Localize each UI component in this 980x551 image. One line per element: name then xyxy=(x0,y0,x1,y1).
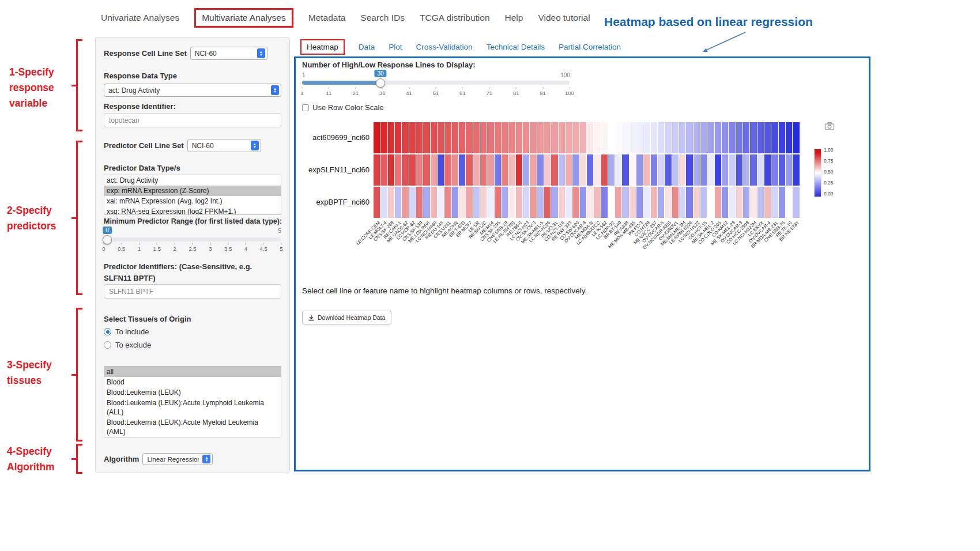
heatmap-cell xyxy=(651,122,658,153)
heatmap-row xyxy=(374,187,800,218)
tab-data[interactable]: Data xyxy=(359,43,375,51)
response-identifier-input[interactable] xyxy=(104,113,281,127)
heatmap-cell xyxy=(679,187,686,218)
heatmap-cell xyxy=(487,122,494,153)
heatmap-cell xyxy=(444,122,451,153)
tissue-listbox[interactable]: allBloodBlood:Leukemia (LEUK)Blood:Leuke… xyxy=(104,366,281,437)
listbox-option[interactable]: Blood xyxy=(104,377,281,387)
tab-plot[interactable]: Plot xyxy=(389,43,402,51)
heatmap-cell xyxy=(572,122,579,153)
tab-partial-correlation[interactable]: Partial Correlation xyxy=(559,43,621,51)
heatmap-row xyxy=(374,122,800,153)
nav-item-tcga-distribution[interactable]: TCGA distribution xyxy=(420,13,489,23)
nav-item-video-tutorial[interactable]: Video tutorial xyxy=(538,13,590,23)
heatmap-cell xyxy=(480,187,487,218)
heatmap-cell xyxy=(438,154,444,186)
heatmap-cell xyxy=(779,122,786,153)
heatmap-cell xyxy=(594,122,601,153)
chevron-up-down-icon: ▲▼ xyxy=(271,85,279,95)
heatmap-cell xyxy=(587,122,594,153)
heatmap-cell xyxy=(530,187,537,218)
slider-tick-label: 1.5 xyxy=(153,246,161,252)
heatmap-cell xyxy=(722,122,729,153)
heatmap-cell xyxy=(793,187,800,218)
listbox-option[interactable]: Blood:Leukemia (LEUK) xyxy=(104,387,281,398)
tissue-include-radio[interactable]: To include xyxy=(104,327,281,336)
predictor-identifiers-label: Predictor Identifiers: (Case-Sensitive, … xyxy=(104,261,281,284)
heatmap-cell xyxy=(502,154,508,186)
lines-slider-handle[interactable] xyxy=(376,78,385,88)
heatmap-cell xyxy=(743,187,750,218)
slider-track[interactable] xyxy=(104,237,281,241)
heatmap-cell xyxy=(771,187,778,218)
camera-download-plot-icon[interactable] xyxy=(824,122,835,130)
listbox-option[interactable]: act: Drug Activity xyxy=(104,175,281,186)
annotation-arrow-icon xyxy=(695,30,749,58)
slider-tick-label: 1 xyxy=(138,246,141,252)
listbox-option[interactable]: xsq: RNA-seq Expression (log2 FPKM+1.) xyxy=(104,206,281,215)
heatmap-cell xyxy=(636,122,643,153)
heatmap-cell xyxy=(423,154,430,186)
slider-tick-label: 4 xyxy=(244,246,247,252)
tissue-exclude-radio[interactable]: To exclude xyxy=(104,341,281,349)
tab-heatmap[interactable]: Heatmap xyxy=(300,39,345,55)
slider-tick-label: 11 xyxy=(326,90,331,96)
heatmap-cell xyxy=(793,122,800,153)
heatmap-cell xyxy=(622,187,629,218)
response-cell-line-set-select[interactable]: NCI-60 ▲▼ xyxy=(190,47,267,60)
predictor-identifiers-input[interactable] xyxy=(104,284,281,299)
row-color-scale-checkbox[interactable]: Use Row Color Scale xyxy=(302,103,384,112)
heatmap-cell xyxy=(630,122,636,153)
listbox-option[interactable]: Blood:Leukemia (LEUK):Acute Myeloid Leuk… xyxy=(104,417,281,437)
heatmap-cell xyxy=(693,154,700,186)
nav-item-search-ids[interactable]: Search IDs xyxy=(360,13,405,23)
nav-item-help[interactable]: Help xyxy=(505,13,523,23)
heatmap-cell xyxy=(438,122,444,153)
heatmap-cell xyxy=(643,154,650,186)
tab-cross-validation[interactable]: Cross-Validation xyxy=(416,43,473,51)
nav-item-multivariate-analyses[interactable]: Multivariate Analyses xyxy=(194,8,293,28)
slider-tick-label: 21 xyxy=(353,90,359,96)
nav-item-univariate-analyses[interactable]: Univariate Analyses xyxy=(101,13,179,23)
listbox-option[interactable]: all xyxy=(104,367,281,377)
heatmap-cell xyxy=(615,187,622,218)
radio-exclude-label: To exclude xyxy=(115,341,151,349)
bracket-step-3 xyxy=(76,308,82,441)
heatmap-cell xyxy=(572,154,579,186)
heatmap-cell xyxy=(643,122,650,153)
response-data-type-select[interactable]: act: Drug Activity ▲▼ xyxy=(104,84,281,97)
predictor-cell-line-set-select[interactable]: NCI-60 ▲▼ xyxy=(187,139,261,152)
heatmap-hint-text: Select cell line or feature name to high… xyxy=(302,286,587,295)
heatmap-row-label[interactable]: expSLFN11_nci60 xyxy=(296,165,370,174)
listbox-option[interactable]: xai: mRNA Expression (Avg. log2 Int.) xyxy=(104,196,281,206)
heatmap-cell xyxy=(487,187,494,218)
heatmap-cell xyxy=(395,154,402,186)
download-heatmap-data-button[interactable]: Download Heatmap Data xyxy=(302,311,391,324)
heatmap-cell xyxy=(580,122,587,153)
heatmap-cell xyxy=(672,122,679,153)
heatmap-cell xyxy=(715,154,722,186)
heatmap-cell xyxy=(729,154,736,186)
heatmap-cell xyxy=(544,187,551,218)
nav-item-metadata[interactable]: Metadata xyxy=(308,13,346,23)
heatmap-cell xyxy=(466,122,473,153)
heatmap-cell xyxy=(374,187,380,218)
lines-slider-track[interactable] xyxy=(302,81,570,85)
heatmap-cell xyxy=(622,154,629,186)
heatmap-cell xyxy=(700,122,707,153)
slider-tick xyxy=(462,87,463,89)
predictor-data-type-listbox[interactable]: act: Drug Activityexp: mRNA Expression (… xyxy=(104,175,281,215)
listbox-option[interactable]: Blood:Leukemia (LEUK):Acute Lymphoid Leu… xyxy=(104,398,281,417)
heatmap-cell xyxy=(537,154,544,186)
heatmap-row-label[interactable]: expBPTF_nci60 xyxy=(296,198,370,206)
listbox-option[interactable]: exp: mRNA Expression (Z-Score) xyxy=(104,186,281,196)
heatmap-row-label[interactable]: act609699_nci60 xyxy=(296,133,370,142)
tab-technical-details[interactable]: Technical Details xyxy=(487,43,545,51)
row-color-scale-label: Use Row Color Scale xyxy=(312,103,384,112)
listbox-option[interactable]: Blood:Leukemia (LEUK):Chronic Myelogenou… xyxy=(104,437,281,437)
heatmap-cell xyxy=(700,187,707,218)
heatmap-cell xyxy=(693,122,700,153)
heatmap-cell xyxy=(693,187,700,218)
algorithm-select[interactable]: Linear Regression ▲▼ xyxy=(142,453,213,465)
heatmap-cell xyxy=(722,187,729,218)
